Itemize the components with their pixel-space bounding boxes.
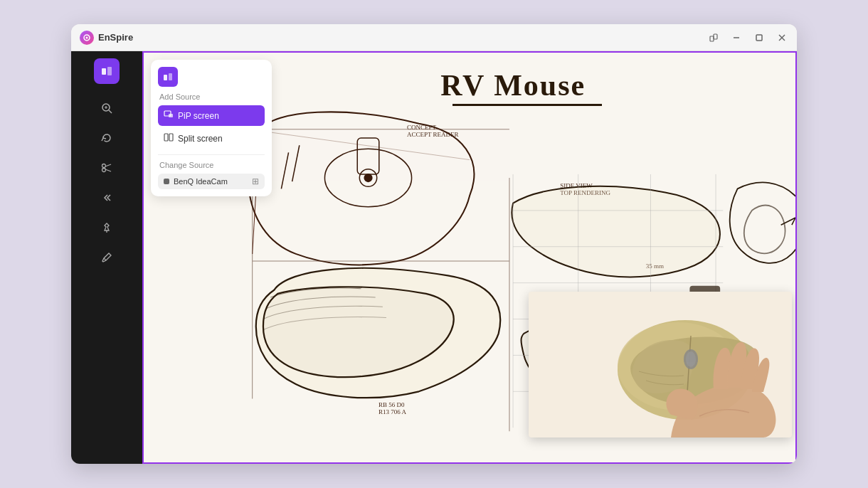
main-content: RV Mouse CONCEPTACCEPT READER SIDE VIEWT…: [71, 51, 797, 464]
svg-rect-8: [102, 68, 106, 75]
svg-line-27: [260, 131, 470, 160]
svg-point-1: [86, 36, 88, 38]
collapse-button[interactable]: [94, 185, 120, 211]
svg-point-15: [102, 169, 106, 172]
svg-rect-46: [169, 114, 173, 117]
svg-line-17: [105, 169, 111, 171]
app-window: EnSpire: [71, 24, 797, 464]
split-icon: [164, 132, 174, 144]
device-dot: [164, 179, 169, 184]
pen-button[interactable]: [94, 245, 120, 270]
device-row[interactable]: BenQ IdeaCam ⊞: [158, 174, 265, 189]
sidebar-logo-btn[interactable]: [94, 58, 120, 84]
svg-point-22: [364, 174, 371, 181]
pip-screen-option[interactable]: PiP screen: [158, 105, 265, 126]
panel-logo-icon: [158, 67, 178, 87]
title-bar-logo: EnSpire: [80, 31, 707, 45]
svg-line-11: [109, 110, 112, 113]
app-logo-icon: [80, 31, 94, 45]
title-bar: EnSpire: [71, 24, 797, 51]
svg-rect-43: [164, 75, 167, 80]
pip-overlay: [529, 292, 792, 437]
svg-rect-2: [710, 36, 714, 41]
app-title: EnSpire: [98, 32, 133, 43]
panel-divider: [158, 154, 265, 155]
zoom-button[interactable]: [94, 95, 120, 121]
source-panel: Add Source PiP screen Split screen: [151, 60, 272, 196]
change-source-label: Change Source: [158, 161, 265, 169]
canvas-area: RV Mouse CONCEPTACCEPT READER SIDE VIEWT…: [142, 51, 797, 464]
svg-rect-47: [164, 134, 168, 141]
minimize-button[interactable]: [730, 31, 743, 44]
sidebar: [71, 51, 142, 464]
sketch-background: RV Mouse CONCEPTACCEPT READER SIDE VIEWT…: [144, 53, 795, 462]
svg-line-25: [292, 145, 300, 181]
snap-button[interactable]: [707, 31, 720, 44]
split-screen-label: Split screen: [178, 134, 223, 144]
pin-button[interactable]: [94, 215, 120, 240]
svg-rect-44: [169, 73, 172, 80]
pip-video-content: [529, 292, 792, 437]
pip-screen-label: PiP screen: [178, 111, 219, 121]
split-screen-option[interactable]: Split screen: [158, 128, 265, 149]
close-button[interactable]: [776, 31, 788, 44]
add-source-label: Add Source: [158, 92, 265, 101]
bottom-toolbar: [144, 462, 795, 464]
rotate-button[interactable]: [94, 125, 120, 151]
svg-line-19: [104, 258, 106, 260]
svg-rect-5: [756, 35, 762, 41]
svg-rect-3: [714, 34, 717, 39]
maximize-button[interactable]: [753, 31, 766, 44]
scissors-button[interactable]: [94, 155, 120, 181]
pip-icon: [164, 110, 174, 122]
device-name: BenQ IdeaCam: [174, 177, 228, 186]
device-settings-icon[interactable]: ⊞: [252, 176, 259, 186]
title-bar-controls: [707, 31, 788, 44]
svg-line-24: [281, 152, 288, 189]
svg-line-16: [105, 164, 111, 166]
svg-point-14: [102, 164, 106, 168]
pip-hand-svg: [650, 309, 792, 437]
svg-rect-48: [169, 134, 173, 141]
svg-rect-9: [107, 67, 112, 75]
